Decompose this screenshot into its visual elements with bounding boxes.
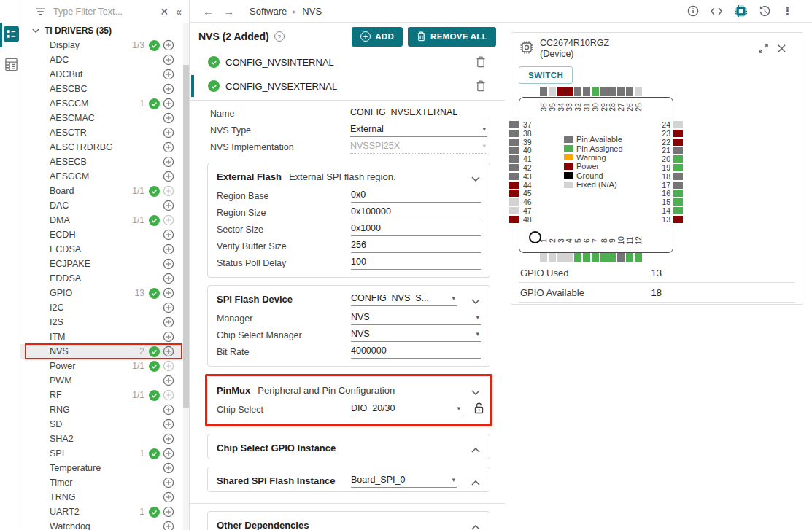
section-header[interactable]: Chip Select GPIO Instance: [208, 434, 490, 459]
add-module-icon[interactable]: [163, 448, 174, 459]
pin-33-power[interactable]: [565, 87, 573, 96]
pin-43-available[interactable]: [509, 173, 519, 180]
sidebar-item-adc[interactable]: ADC: [20, 52, 189, 67]
pin-34-power[interactable]: [557, 87, 565, 96]
sidebar-item-ecdh[interactable]: ECDH: [20, 227, 189, 242]
add-module-icon[interactable]: [163, 185, 174, 197]
add-module-icon[interactable]: [163, 462, 174, 474]
status-poll-delay-field[interactable]: 100: [351, 255, 481, 270]
section-header[interactable]: External FlashExternal SPI flash region.: [208, 163, 490, 187]
pin-24-fixed[interactable]: [673, 121, 683, 128]
pin-48-power[interactable]: [509, 216, 519, 223]
pin-37-available[interactable]: [509, 121, 519, 128]
software-panel-icon[interactable]: [3, 26, 19, 42]
instance-row-config_nvsexternal[interactable]: CONFIG_NVSEXTERNAL: [190, 76, 505, 96]
add-module-icon[interactable]: [163, 375, 174, 386]
sidebar-item-gpio[interactable]: GPIO13: [20, 286, 189, 300]
add-button[interactable]: + ADD: [352, 27, 403, 47]
pin-2-fixed[interactable]: [549, 253, 556, 262]
pin-42-available[interactable]: [509, 164, 519, 171]
sidebar-item-itm[interactable]: ITM: [20, 330, 189, 344]
collapse-sidebar-icon[interactable]: «: [176, 6, 182, 17]
sidebar-item-rng[interactable]: RNG: [20, 402, 189, 417]
add-module-icon[interactable]: [163, 302, 174, 313]
instance-row-config_nvsinternal[interactable]: CONFIG_NVSINTERNAL: [190, 52, 505, 72]
filter-input[interactable]: [53, 7, 152, 17]
pin-36-available[interactable]: [540, 87, 547, 96]
sidebar-item-aesccm[interactable]: AESCCM1: [20, 96, 189, 111]
name-field[interactable]: CONFIG_NVSEXTERNAL: [350, 106, 487, 120]
add-module-icon[interactable]: [163, 83, 174, 95]
sidebar-item-dma[interactable]: DMA1/1: [20, 213, 189, 227]
pin-22-power[interactable]: [673, 139, 683, 146]
sidebar-item-timer[interactable]: Timer: [20, 475, 189, 490]
collapse-toggle[interactable]: [471, 520, 480, 530]
sidebar-item-aesctrdrbg[interactable]: AESCTRDRBG: [20, 140, 189, 155]
add-module-icon[interactable]: [163, 360, 174, 372]
sidebar-item-board[interactable]: Board1/1: [20, 184, 189, 198]
add-module-icon[interactable]: [163, 418, 174, 430]
pin-23-power[interactable]: [673, 130, 683, 137]
add-module-icon[interactable]: [163, 98, 174, 109]
sidebar-item-trng[interactable]: TRNG: [20, 490, 189, 504]
pin-15-assigned[interactable]: [673, 198, 683, 206]
sidebar-item-aesecb[interactable]: AESECB: [20, 155, 189, 169]
add-module-icon[interactable]: [163, 214, 174, 226]
sidebar-item-watchdog[interactable]: Watchdog: [20, 519, 189, 530]
remove-instance-button[interactable]: [476, 80, 486, 92]
sidebar-item-i2s[interactable]: I2S: [20, 315, 189, 330]
region-size-field[interactable]: 0x100000: [351, 205, 481, 219]
sidebar-item-ecjpake[interactable]: ECJPAKE: [20, 257, 189, 271]
sidebar-item-aescbc[interactable]: AESCBC: [20, 82, 189, 96]
breadcrumb-software[interactable]: Software: [250, 6, 287, 17]
pin-44-power[interactable]: [509, 182, 519, 189]
sidebar-item-temperature[interactable]: Temperature: [20, 461, 189, 475]
sidebar-item-sha2[interactable]: SHA2: [20, 432, 189, 446]
info-icon[interactable]: [687, 5, 699, 17]
pin-46-fixed[interactable]: [509, 198, 519, 206]
sidebar-item-aesctr[interactable]: AESCTR: [20, 125, 189, 140]
add-module-icon[interactable]: [163, 200, 174, 211]
help-icon[interactable]: ?: [274, 31, 285, 42]
add-module-icon[interactable]: [163, 331, 174, 343]
pin-7-assigned[interactable]: [592, 253, 599, 262]
remove-instance-button[interactable]: [476, 56, 486, 68]
collapse-toggle[interactable]: [471, 443, 480, 456]
pin-8-assigned[interactable]: [600, 253, 608, 262]
code-icon[interactable]: [710, 7, 723, 16]
add-module-icon[interactable]: [163, 54, 174, 66]
add-module-icon[interactable]: [163, 141, 174, 153]
pin-5-assigned[interactable]: [574, 253, 581, 262]
pin-21-available[interactable]: [673, 147, 683, 154]
sidebar-item-spi[interactable]: SPI1: [20, 446, 189, 461]
pin-11-assigned[interactable]: [626, 253, 633, 262]
verify-buffer-size-field[interactable]: 256: [351, 238, 481, 253]
pin-9-assigned[interactable]: [608, 253, 616, 262]
sidebar-item-dac[interactable]: DAC: [20, 198, 189, 213]
chip-select-manager-field[interactable]: NVS▾: [351, 327, 481, 342]
section-header[interactable]: Other Dependencies: [208, 512, 490, 530]
pin-39-available[interactable]: [509, 139, 519, 146]
pin-12-assigned[interactable]: [635, 253, 642, 262]
pin-14-assigned[interactable]: [673, 207, 683, 214]
pin-40-available[interactable]: [509, 147, 519, 154]
spi-flash-device-select[interactable]: CONFIG_NVS_S...▾: [351, 292, 457, 306]
pin-31-available[interactable]: [583, 87, 590, 96]
lock-icon[interactable]: [474, 402, 484, 414]
collapse-toggle[interactable]: [471, 475, 480, 488]
pin-29-available[interactable]: [600, 87, 608, 96]
pin-17-available[interactable]: [673, 182, 683, 189]
add-module-icon[interactable]: [163, 521, 174, 530]
section-header[interactable]: Shared SPI Flash InstanceBoard_SPI_0▾: [208, 467, 490, 491]
manager-field[interactable]: NVS▾: [351, 311, 481, 325]
bit-rate-field[interactable]: 4000000: [351, 344, 481, 359]
add-module-icon[interactable]: [163, 69, 174, 80]
section-header[interactable]: PinMuxPeripheral and Pin Configuration: [208, 377, 490, 401]
add-module-icon[interactable]: [163, 127, 174, 139]
pin-16-assigned[interactable]: [673, 190, 683, 197]
sidebar-item-i2c[interactable]: I2C: [20, 300, 189, 315]
sidebar-item-aesgcm[interactable]: AESGCM: [20, 169, 189, 184]
sidebar-item-adcbuf[interactable]: ADCBuf: [20, 67, 189, 82]
add-module-icon[interactable]: [163, 171, 174, 182]
device-view-icon[interactable]: [734, 4, 748, 18]
